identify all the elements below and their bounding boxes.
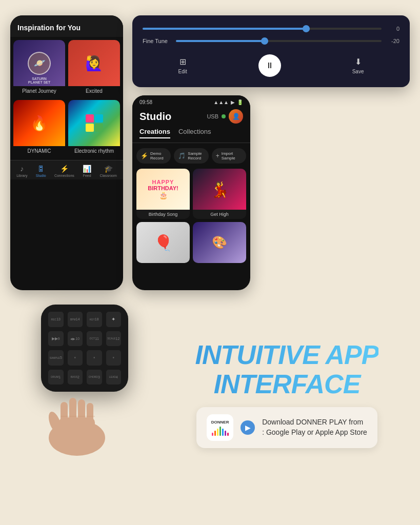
slider-row-1: 0	[143, 26, 399, 32]
pad-bpm[interactable]: BPM14	[68, 312, 83, 327]
save-button[interactable]: ⬇ Save	[352, 57, 364, 74]
pad-7[interactable]: •	[87, 350, 102, 366]
hand-device-area: REC13 BPM14 KEY18 ✦ ▶▶9 ◀▶10 OCT11 SCALE…	[10, 294, 154, 458]
pad-scale[interactable]: SCALE12	[106, 331, 122, 347]
studio-title: Studio	[139, 111, 171, 123]
slider-track-1[interactable]	[143, 28, 382, 30]
download-text: Download DONNER PLAY from : Google Play …	[262, 417, 367, 437]
pad-6[interactable]: •	[68, 350, 83, 366]
nav-classroom[interactable]: 🎓 Classroom	[99, 165, 116, 177]
slider-value-2: -20	[387, 38, 399, 44]
slider-fill-1	[143, 28, 310, 30]
svg-rect-5	[87, 403, 93, 421]
pad-8[interactable]: •	[106, 350, 122, 366]
avatar[interactable]: 👤	[229, 109, 243, 124]
fine-tune-label: Fine Tune	[143, 38, 171, 44]
nav-connections[interactable]: ⚡ Connections	[54, 165, 74, 177]
status-bar: 09:58 ▲▲▲ ▶ 🔋	[132, 95, 250, 107]
creation-gethigh[interactable]: 💃 Get High	[193, 169, 246, 219]
excited-label: Excited	[68, 86, 120, 97]
phone-right: 09:58 ▲▲▲ ▶ 🔋 Studio USB 👤	[132, 95, 250, 290]
nav-studio[interactable]: 🎛 Studio	[36, 165, 46, 177]
title-block: INTUITIVE APP INTERFACE	[195, 340, 379, 399]
creations-grid: HAPPY BIRTHDAY! 🎂 Birthday Song 💃 Get Hi…	[132, 169, 250, 267]
tune-controls: ⊞ Edit ⏸ ⬇ Save	[143, 50, 399, 77]
creation-birthday[interactable]: HAPPY BIRTHDAY! 🎂 Birthday Song	[136, 169, 190, 219]
svg-rect-3	[69, 398, 76, 421]
hand-illustration	[21, 366, 133, 458]
saturn-cell[interactable]: 🪐 SATURNPLANET SET Planet Journey	[13, 40, 65, 97]
pad-oct[interactable]: OCT11	[87, 331, 102, 347]
edit-button[interactable]: ⊞ Edit	[178, 57, 187, 74]
download-banner[interactable]: DONNER ▶ Download DONNER PLAY from : Goo…	[196, 407, 377, 448]
studio-tabs: Creations Collections	[132, 128, 250, 143]
bottom-content: INTUITIVE APP INTERFACE DONNER	[164, 340, 410, 458]
fine-tune-panel: 0 Fine Tune -20 ⊞ Edit	[132, 15, 410, 87]
action-buttons: ⚡ DemoRecord 🎵 SampleRecord +	[132, 143, 250, 169]
status-time: 09:58	[139, 99, 152, 105]
slider-value-1: 0	[387, 26, 399, 32]
status-icons: ▲▲▲ ▶ 🔋	[213, 99, 243, 105]
green-dot	[222, 114, 226, 118]
pad-key[interactable]: KEY18	[87, 312, 102, 327]
title-line1: INTUITIVE APP	[195, 340, 379, 370]
electronic-label: Electronic rhythm	[68, 146, 120, 157]
usb-label: USB	[207, 113, 218, 119]
nav-library[interactable]: ♪ Library	[16, 165, 27, 177]
title-line2: INTERFACE	[195, 370, 379, 399]
pad-rec[interactable]: REC13	[48, 312, 64, 327]
excited-cell[interactable]: 🙋‍♀️ Excited	[68, 40, 120, 97]
slider-thumb-2[interactable]	[261, 37, 268, 45]
art-image: 🎨	[193, 222, 246, 263]
nav-feed[interactable]: 📊 Feed	[83, 165, 91, 177]
pause-button[interactable]: ⏸	[258, 54, 281, 77]
phone-left: Inspiration for You 🪐 SATURNPLANET SET P…	[10, 15, 123, 290]
electronic-cell[interactable]: Electronic rhythm	[68, 100, 120, 157]
slider-track-2[interactable]	[176, 40, 382, 42]
slider-row-2: Fine Tune -20	[143, 38, 399, 44]
import-sample-button[interactable]: + ImportSample	[212, 148, 246, 164]
phone-nav: ♪ Library 🎛 Studio ⚡ Connections 📊 Feed …	[10, 160, 123, 179]
usb-badge: USB 👤	[207, 109, 243, 124]
inspiration-grid: 🪐 SATURNPLANET SET Planet Journey 🙋‍♀️ E…	[10, 37, 123, 160]
donner-logo: DONNER	[207, 414, 233, 441]
gethigh-image: 💃	[193, 169, 246, 210]
main-container: Inspiration for You 🪐 SATURNPLANET SET P…	[0, 0, 420, 525]
balloon-image: 🎈	[136, 222, 190, 263]
gethigh-label: Get High	[193, 210, 246, 219]
right-panels: 0 Fine Tune -20 ⊞ Edit	[132, 15, 410, 290]
pad-star[interactable]: ✦	[106, 312, 122, 327]
slider-fill-2	[176, 40, 268, 42]
pad-arrows[interactable]: ◀▶10	[68, 331, 83, 347]
play-arrow-icon[interactable]: ▶	[241, 420, 255, 435]
pad-sample[interactable]: SAMPLE5	[48, 350, 64, 366]
tab-creations[interactable]: Creations	[139, 128, 170, 138]
demo-record-button[interactable]: ⚡ DemoRecord	[136, 148, 171, 164]
studio-header: Studio USB 👤	[132, 107, 250, 128]
bars-visual	[212, 426, 229, 436]
donner-brand: DONNER	[211, 420, 229, 425]
dynamic-label: DYNAMIC	[13, 146, 65, 157]
creation-balloon[interactable]: 🎈	[136, 222, 190, 263]
sample-record-button[interactable]: 🎵 SampleRecord	[174, 148, 208, 164]
birthday-label: Birthday Song	[136, 210, 190, 219]
svg-rect-2	[61, 402, 68, 422]
creation-art[interactable]: 🎨	[193, 222, 246, 263]
slider-thumb-1[interactable]	[303, 25, 310, 32]
birthday-image: HAPPY BIRTHDAY! 🎂	[136, 169, 190, 210]
pad-play[interactable]: ▶▶9	[48, 331, 64, 347]
phone-left-header: Inspiration for You	[10, 15, 123, 37]
saturn-label: Planet Journey	[13, 86, 65, 97]
tab-collections[interactable]: Collections	[178, 128, 211, 138]
dynamic-cell[interactable]: 🔥 DYNAMIC	[13, 100, 65, 157]
svg-rect-4	[78, 399, 85, 421]
